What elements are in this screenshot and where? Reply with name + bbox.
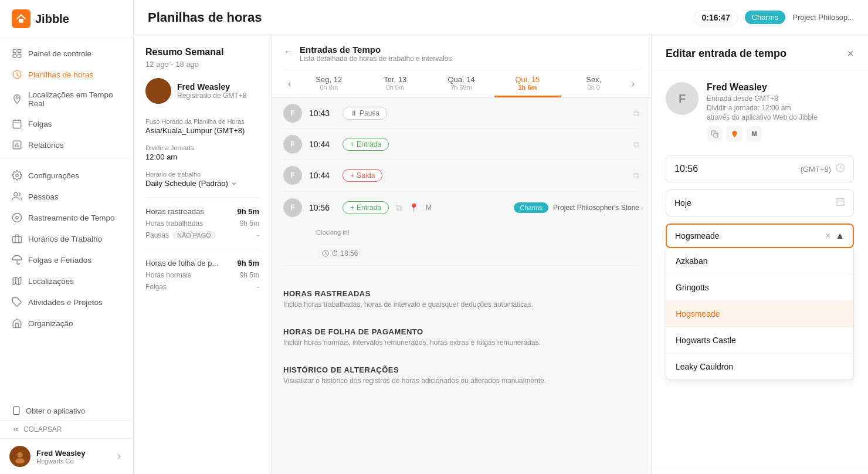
dropdown-item-azkaban[interactable]: Azkaban xyxy=(666,248,853,275)
charms-badge[interactable]: Charms xyxy=(745,11,786,24)
location-field[interactable]: Hogsmeade × ▲ xyxy=(666,224,854,248)
dropdown-item-hogsmeade[interactable]: Hogsmeade xyxy=(666,301,853,327)
breaks-value: - xyxy=(257,231,259,239)
dropdown-label-azkaban: Azkaban xyxy=(676,256,707,266)
dropdown-label-leaky: Leaky Cauldron xyxy=(676,362,733,371)
date-field[interactable]: Hoje xyxy=(666,189,854,216)
svg-point-6 xyxy=(16,97,18,99)
sidebar-item-localizacoes[interactable]: Localizações em Tempo Real xyxy=(0,85,133,113)
split-value: 12:00 am xyxy=(145,153,259,161)
sidebar-item-atividades[interactable]: Atividades e Projetos xyxy=(0,292,133,313)
close-button[interactable]: × xyxy=(847,47,854,60)
time-field[interactable]: 10:56 (GMT+8) xyxy=(666,155,854,182)
next-day-button[interactable]: › xyxy=(627,73,639,95)
entry-type-0: Pausa xyxy=(360,109,379,117)
drawer-body: F Fred Weasley Entrada desde GMT+8 Divid… xyxy=(652,70,868,469)
entry-type-2: Saída xyxy=(357,171,375,180)
entry-time-3: 10:56 xyxy=(309,203,335,212)
teh-top: ← Entradas de Tempo Lista detalhada de h… xyxy=(283,45,639,63)
sidebar-item-horarios[interactable]: Horários de Trabalho xyxy=(0,228,133,249)
timezone-label: Fuso Horário da Planilha de Horas xyxy=(145,118,259,125)
calendar-icon[interactable] xyxy=(836,197,845,209)
dropdown-item-leaky[interactable]: Leaky Cauldron xyxy=(666,354,853,380)
sidebar: Jibble Painel de controle Planilhas de h… xyxy=(0,0,134,474)
dropdown-label-hogsmeade: Hogsmeade xyxy=(676,309,720,319)
main-content: Planilhas de horas 0:16:47 Charms Projec… xyxy=(134,0,868,474)
entry-avatar-3: F xyxy=(283,198,302,217)
drawer-user-split: Dividir a jornada: 12:00 am xyxy=(707,104,818,112)
dropdown-item-hogwarts[interactable]: Hogwarts Castle xyxy=(666,327,853,354)
svg-rect-18 xyxy=(13,236,22,243)
page-title: Planilhas de horas xyxy=(148,10,262,25)
day-hours-2: 7h 59m xyxy=(430,84,492,91)
weekly-date: 12 ago - 18 ago xyxy=(145,60,259,69)
sidebar-item-configuracoes[interactable]: Configurações xyxy=(0,165,133,186)
payroll-value: 9h 5m xyxy=(237,259,259,268)
mobile-detail-icon[interactable]: M xyxy=(747,126,762,141)
copy-icon-1[interactable]: ⧉ xyxy=(633,140,639,150)
sidebar-item-painel[interactable]: Painel de controle xyxy=(0,43,133,64)
sidebar-item-organizacao[interactable]: Organização xyxy=(0,313,133,334)
chevron-right-icon xyxy=(114,452,124,461)
chevron-up-icon[interactable]: ▲ xyxy=(835,231,845,241)
svg-point-28 xyxy=(150,95,167,104)
tracked-value: 9h 5m xyxy=(237,207,259,216)
logo-text: Jibble xyxy=(35,12,69,26)
sidebar-item-rastreamento[interactable]: Rastreamento de Tempo xyxy=(0,207,133,228)
sidebar-item-localizacoes2[interactable]: Localizações xyxy=(0,270,133,292)
normal-row: Horas normais 9h 5m xyxy=(145,271,259,279)
day-col-2[interactable]: Qua, 14 7h 59m xyxy=(428,70,494,97)
emp-name: Fred Weasley xyxy=(177,82,246,92)
sidebar-item-folgas[interactable]: Folgas xyxy=(0,113,133,134)
section-header-0: HORAS RASTREADAS xyxy=(272,277,651,300)
sidebar-item-folgas-feriados[interactable]: Folgas e Feriados xyxy=(0,249,133,270)
clear-location-button[interactable]: × xyxy=(825,231,830,241)
sidebar-item-painel-label: Painel de controle xyxy=(28,49,91,58)
day-name-2: Qua, 14 xyxy=(430,75,492,84)
day-col-3[interactable]: Qui, 15 1h 6m xyxy=(494,70,561,97)
sidebar-item-pessoas-label: Pessoas xyxy=(28,192,59,201)
drawer-user-name: Fred Weasley xyxy=(707,82,818,93)
footer-time-text: ⏱ 18:56 xyxy=(331,249,358,258)
day-col-1[interactable]: Ter, 13 0h 0m xyxy=(362,70,428,97)
sidebar-item-localizacoes2-label: Localizações xyxy=(28,277,74,286)
copy-icon-0[interactable]: ⧉ xyxy=(633,109,639,118)
sidebar-user-area[interactable]: Fred Weasley Hogwarts Co xyxy=(0,438,133,474)
pin-detail-icon[interactable] xyxy=(727,126,742,141)
sidebar-item-pessoas[interactable]: Pessoas xyxy=(0,186,133,207)
svg-rect-30 xyxy=(713,133,717,137)
copy-icon-3[interactable]: ⧉ xyxy=(396,203,402,213)
main-header: Planilhas de horas 0:16:47 Charms Projec… xyxy=(134,0,868,35)
section-sub-0: Inclua horas trabalhadas, horas de inter… xyxy=(272,300,651,316)
location-dropdown: Azkaban Gringotts Hogsmeade Hogwarts Cas… xyxy=(666,248,854,380)
sidebar-item-relatorios[interactable]: Relatórios xyxy=(0,134,133,155)
day-col-0[interactable]: Seg, 12 0h 0m xyxy=(296,70,362,97)
entry-time-1: 10:44 xyxy=(309,140,335,149)
entry-avatar-2: F xyxy=(283,166,302,185)
entry-time-0: 10:43 xyxy=(309,109,335,118)
back-button[interactable]: ← xyxy=(283,46,294,58)
sidebar-item-planilhas[interactable]: Planilhas de horas xyxy=(0,64,133,85)
drawer-user-since: Entrada desde GMT+8 xyxy=(707,94,818,103)
days-nav: ‹ Seg, 12 0h 0m Ter, 13 0h 0m Qua, 14 7h xyxy=(283,70,639,97)
clock-icon[interactable] xyxy=(836,163,845,175)
svg-rect-0 xyxy=(19,19,23,23)
entry-icons-2: ⧉ xyxy=(633,171,639,181)
breaks-label: Pausas xyxy=(145,231,169,239)
collapse-button[interactable]: COLAPSAR xyxy=(0,420,133,438)
vacations-label: Folgas xyxy=(145,283,167,291)
copy-icon-2[interactable]: ⧉ xyxy=(633,171,639,181)
sidebar-item-rastreamento-label: Rastreamento de Tempo xyxy=(28,214,115,222)
dropdown-item-gringotts[interactable]: Gringotts xyxy=(666,275,853,301)
copy-detail-icon[interactable] xyxy=(707,126,722,141)
right-panel: Editar entrada de tempo × F Fred Weasley… xyxy=(651,35,868,474)
schedule-label: Horário de trabalho xyxy=(145,171,259,178)
weekly-summary-title: Resumo Semanal xyxy=(145,47,259,57)
entry-row-2: F 10:44 +Saída ⧉ xyxy=(283,160,639,191)
sidebar-item-localizacoes-label: Localizações em Tempo Real xyxy=(28,90,121,108)
day-col-4[interactable]: Sex, 0h 0 xyxy=(561,70,627,97)
schedule-dropdown[interactable]: Daily Schedule (Padrão) xyxy=(145,179,238,188)
get-app-item[interactable]: Obter o aplicativo xyxy=(0,401,133,420)
prev-day-button[interactable]: ‹ xyxy=(283,73,296,95)
get-app-label: Obter o aplicativo xyxy=(26,407,85,415)
